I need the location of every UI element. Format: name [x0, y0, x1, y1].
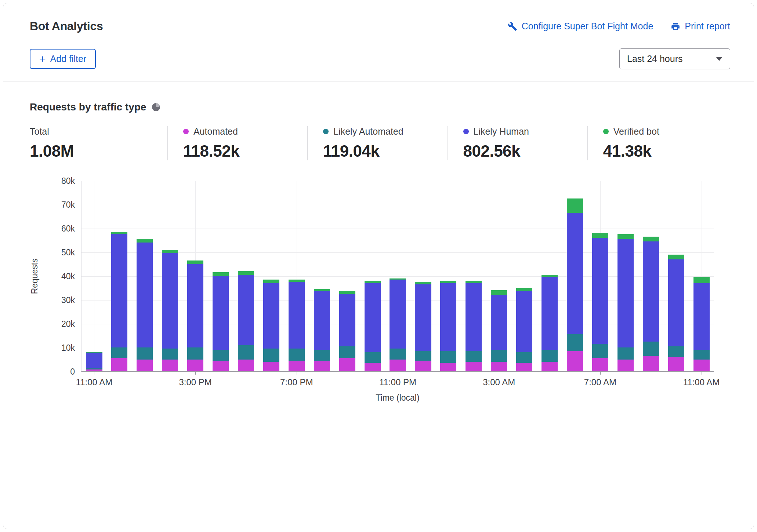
bar-segment	[162, 250, 178, 254]
bar-segment	[137, 243, 153, 347]
bar-group	[587, 181, 613, 371]
time-range-select[interactable]: Last 24 hours	[619, 48, 730, 69]
bar-segment	[643, 237, 659, 241]
bar[interactable]	[415, 282, 431, 371]
stat-label: Total	[30, 126, 49, 137]
bar-segment	[365, 363, 381, 371]
bar-segment	[365, 352, 381, 363]
bar-segment	[567, 351, 583, 371]
bar[interactable]	[491, 290, 507, 371]
bar-segment	[516, 363, 532, 371]
x-tick-label: 11:00 AM	[683, 377, 720, 387]
bar-segment	[592, 233, 608, 238]
stat-value: 119.04k	[323, 142, 447, 160]
bar-segment	[289, 282, 305, 349]
bar-segment	[542, 277, 558, 350]
y-tick-label: 30k	[61, 295, 75, 305]
bar[interactable]	[137, 239, 153, 371]
bar[interactable]	[289, 280, 305, 371]
bar[interactable]	[643, 237, 659, 371]
time-range-value: Last 24 hours	[627, 54, 683, 64]
bar-segment	[643, 342, 659, 356]
bar-segment	[390, 349, 406, 359]
bar[interactable]	[516, 288, 532, 372]
bar[interactable]	[263, 280, 279, 371]
bar[interactable]	[314, 289, 330, 371]
bar-segment	[238, 271, 254, 275]
bar-segment	[592, 344, 608, 358]
bar-segment	[289, 361, 305, 371]
bar[interactable]	[693, 277, 710, 371]
bar-segment	[187, 360, 203, 372]
bar-segment	[415, 284, 431, 351]
x-tick-label: 7:00 AM	[584, 377, 616, 387]
bar-group	[82, 181, 107, 371]
bar[interactable]	[187, 260, 203, 371]
bar-segment	[390, 360, 406, 372]
stat-item: Total 1.08M	[30, 126, 167, 160]
x-tick-label: 11:00 PM	[379, 377, 416, 387]
bar[interactable]	[238, 271, 254, 371]
bar[interactable]	[592, 233, 608, 371]
bar-segment	[111, 234, 127, 347]
bar[interactable]	[86, 352, 102, 371]
bar-segment	[617, 239, 634, 347]
configure-super-bot-fight-mode-link[interactable]: Configure Super Bot Fight Mode	[508, 21, 653, 32]
bar[interactable]	[440, 281, 456, 371]
bar-segment	[213, 276, 229, 350]
bar[interactable]	[365, 281, 381, 371]
x-tick-label: 3:00 PM	[179, 377, 211, 387]
bar[interactable]	[542, 275, 558, 371]
y-tick-label: 80k	[61, 176, 75, 186]
bar-group	[284, 181, 309, 371]
bar[interactable]	[617, 234, 634, 371]
stats-row: Total 1.08M Automated 118.52k Likely Aut…	[30, 126, 727, 160]
stat-label: Likely Human	[474, 126, 529, 137]
bar[interactable]	[162, 250, 178, 372]
bar-segment	[137, 347, 153, 360]
bar-segment	[187, 264, 203, 348]
add-filter-button[interactable]: + Add filter	[30, 49, 96, 69]
bar-segment	[137, 360, 153, 372]
x-tick-mark	[702, 371, 702, 375]
y-axis-title: Requests	[30, 258, 40, 294]
bar-segment	[466, 283, 482, 351]
title-row: Bot Analytics Configure Super Bot Fight …	[30, 19, 730, 33]
bar-group	[157, 181, 183, 371]
pie-chart-icon	[152, 103, 160, 111]
bar-segment	[263, 283, 279, 349]
bar-segment	[440, 363, 456, 371]
bar-segment	[289, 349, 305, 361]
header-links: Configure Super Bot Fight Mode Print rep…	[508, 21, 730, 32]
chevron-down-icon	[716, 57, 722, 61]
x-tick-mark	[600, 371, 601, 375]
stat-label: Automated	[193, 126, 238, 137]
bar-group	[486, 181, 512, 371]
bar-segment	[643, 356, 659, 371]
bar-segment	[693, 277, 710, 283]
bar[interactable]	[213, 272, 229, 371]
bar-segment	[339, 346, 355, 358]
bar-segment	[567, 198, 583, 213]
bar-segment	[162, 349, 178, 359]
bar[interactable]	[111, 232, 127, 371]
filter-row: + Add filter Last 24 hours	[30, 48, 730, 69]
bar-segment	[567, 334, 583, 351]
bar-group	[334, 181, 360, 371]
stat-value: 118.52k	[183, 142, 307, 160]
bar-segment	[365, 283, 381, 353]
bar-segment	[592, 238, 608, 344]
legend-dot	[463, 129, 469, 134]
bar-segment	[263, 362, 279, 371]
bar[interactable]	[390, 278, 406, 372]
configure-link-label: Configure Super Bot Fight Mode	[522, 21, 653, 32]
y-tick-label: 50k	[61, 248, 75, 258]
bar[interactable]	[567, 198, 583, 371]
bar[interactable]	[668, 255, 684, 372]
bar[interactable]	[466, 281, 482, 371]
bar-group	[309, 181, 334, 371]
bar[interactable]	[339, 291, 355, 371]
print-report-link[interactable]: Print report	[671, 21, 730, 32]
y-tick-label: 20k	[61, 319, 75, 329]
bar-segment	[693, 350, 710, 360]
